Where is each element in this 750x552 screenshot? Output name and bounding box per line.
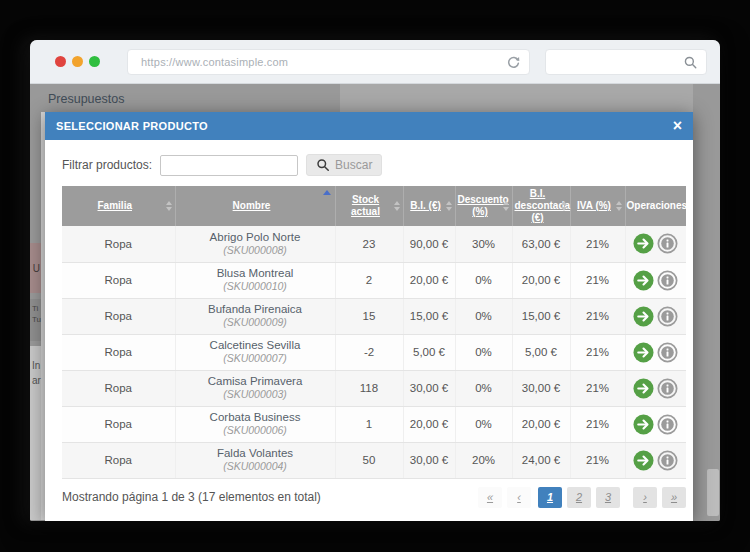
pagination-last-button[interactable]: » bbox=[662, 487, 686, 508]
table-row: RopaAbrigo Polo Norte(SKU000008)2390,00 … bbox=[62, 226, 686, 262]
product-sku: (SKU000008) bbox=[179, 244, 332, 257]
page-scrollbar-thumb[interactable] bbox=[707, 469, 719, 516]
cell-operaciones bbox=[625, 226, 686, 262]
modal-title: SELECCIONAR PRODUCTO bbox=[56, 120, 673, 132]
cell-iva: 21% bbox=[570, 226, 625, 262]
window-controls bbox=[55, 56, 100, 67]
cell-familia: Ropa bbox=[62, 334, 175, 370]
cell-operaciones bbox=[625, 406, 686, 442]
search-button[interactable]: Buscar bbox=[306, 154, 382, 176]
select-product-button[interactable] bbox=[633, 342, 654, 363]
search-icon bbox=[683, 55, 698, 70]
table-row: RopaFalda Volantes(SKU000004)5030,00 €20… bbox=[62, 442, 686, 478]
page-content-dimmed: Presupuestos U TiTu Inar SELECCIONAR PRO… bbox=[30, 84, 720, 521]
pagination-page-1-button[interactable]: 1 bbox=[538, 487, 562, 508]
sort-icon bbox=[394, 201, 400, 211]
cell-descuento: 0% bbox=[455, 406, 512, 442]
column-header-familia[interactable]: Familia bbox=[62, 186, 175, 226]
select-product-button[interactable] bbox=[633, 306, 654, 327]
product-name: Camisa Primavera bbox=[179, 375, 332, 388]
select-product-button[interactable] bbox=[633, 233, 654, 254]
cell-familia: Ropa bbox=[62, 262, 175, 298]
product-sku: (SKU000006) bbox=[179, 424, 332, 437]
column-header-operaciones: Operaciones bbox=[625, 186, 686, 226]
pagination-page-3-button[interactable]: 3 bbox=[596, 487, 620, 508]
product-info-button[interactable] bbox=[657, 306, 678, 327]
cell-operaciones bbox=[625, 298, 686, 334]
product-name: Falda Volantes bbox=[179, 447, 332, 460]
minimize-window-icon[interactable] bbox=[72, 56, 83, 67]
cell-familia: Ropa bbox=[62, 442, 175, 478]
cell-stock: 23 bbox=[335, 226, 403, 262]
column-header-descuento[interactable]: Descuento (%) bbox=[455, 186, 512, 226]
refresh-icon[interactable] bbox=[506, 55, 521, 70]
product-info-button[interactable] bbox=[657, 233, 678, 254]
cell-familia: Ropa bbox=[62, 406, 175, 442]
table-row: RopaCamisa Primavera(SKU000003)11830,00 … bbox=[62, 370, 686, 406]
product-name: Abrigo Polo Norte bbox=[179, 231, 332, 244]
cell-familia: Ropa bbox=[62, 370, 175, 406]
product-info-button[interactable] bbox=[657, 378, 678, 399]
product-info-button[interactable] bbox=[657, 414, 678, 435]
cell-bi-descontada: 20,00 € bbox=[512, 406, 570, 442]
background-page-title: Presupuestos bbox=[48, 92, 124, 106]
cell-descuento: 0% bbox=[455, 262, 512, 298]
cell-stock: 1 bbox=[335, 406, 403, 442]
table-row: RopaBufanda Pirenaica(SKU000009)1515,00 … bbox=[62, 298, 686, 334]
url-text[interactable]: https://www.contasimple.com bbox=[141, 56, 506, 68]
background-fragment-banner: U bbox=[30, 243, 41, 293]
column-header-nombre[interactable]: Nombre bbox=[175, 186, 335, 226]
product-info-button[interactable] bbox=[657, 450, 678, 471]
cell-operaciones bbox=[625, 334, 686, 370]
select-product-button[interactable] bbox=[633, 270, 654, 291]
close-window-icon[interactable] bbox=[55, 56, 66, 67]
pagination-first-button[interactable]: « bbox=[478, 487, 502, 508]
product-sku: (SKU000004) bbox=[179, 460, 332, 473]
background-fragment-text2: Inar bbox=[30, 346, 41, 520]
cell-stock: 50 bbox=[335, 442, 403, 478]
product-sku: (SKU000009) bbox=[179, 316, 332, 329]
product-sku: (SKU000010) bbox=[179, 280, 332, 293]
cell-bi-descontada: 15,00 € bbox=[512, 298, 570, 334]
cell-iva: 21% bbox=[570, 298, 625, 334]
sort-icon bbox=[446, 201, 452, 211]
background-fragment-text: TiTu bbox=[30, 299, 41, 341]
maximize-window-icon[interactable] bbox=[89, 56, 100, 67]
cell-descuento: 30% bbox=[455, 226, 512, 262]
cell-bi-descontada: 30,00 € bbox=[512, 370, 570, 406]
cell-descuento: 20% bbox=[455, 442, 512, 478]
product-info-button[interactable] bbox=[657, 270, 678, 291]
filter-row: Filtrar productos: Buscar bbox=[62, 154, 676, 176]
table-row: RopaBlusa Montreal(SKU000010)220,00 €0%2… bbox=[62, 262, 686, 298]
cell-descuento: 0% bbox=[455, 370, 512, 406]
sort-asc-icon bbox=[323, 190, 331, 195]
select-product-button[interactable] bbox=[633, 450, 654, 471]
select-product-modal: SELECCIONAR PRODUCTO × Filtrar productos… bbox=[45, 112, 693, 521]
sort-icon bbox=[503, 201, 509, 211]
select-product-button[interactable] bbox=[633, 414, 654, 435]
cell-stock: 118 bbox=[335, 370, 403, 406]
sort-icon bbox=[561, 201, 567, 211]
column-header-stock[interactable]: Stock actual bbox=[335, 186, 403, 226]
filter-input[interactable] bbox=[160, 155, 298, 176]
modal-header: SELECCIONAR PRODUCTO × bbox=[45, 112, 693, 140]
address-bar[interactable]: https://www.contasimple.com bbox=[127, 49, 530, 75]
cell-bi: 20,00 € bbox=[403, 262, 455, 298]
sort-icon bbox=[616, 201, 622, 211]
product-info-button[interactable] bbox=[657, 342, 678, 363]
pagination-page-2-button[interactable]: 2 bbox=[567, 487, 591, 508]
column-header-bi[interactable]: B.I. (€) bbox=[403, 186, 455, 226]
select-product-button[interactable] bbox=[633, 378, 654, 399]
column-header-iva[interactable]: IVA (%) bbox=[570, 186, 625, 226]
cell-bi-descontada: 63,00 € bbox=[512, 226, 570, 262]
cell-nombre: Bufanda Pirenaica(SKU000009) bbox=[175, 298, 335, 334]
pagination-prev-button[interactable]: ‹ bbox=[507, 487, 531, 508]
table-row: RopaCalcetines Sevilla(SKU000007)-25,00 … bbox=[62, 334, 686, 370]
pagination-next-button[interactable]: › bbox=[633, 487, 657, 508]
close-icon[interactable]: × bbox=[673, 118, 682, 134]
column-header-bi-descontada[interactable]: B.I. descontada (€) bbox=[512, 186, 570, 226]
cell-nombre: Calcetines Sevilla(SKU000007) bbox=[175, 334, 335, 370]
product-name: Calcetines Sevilla bbox=[179, 339, 332, 352]
cell-iva: 21% bbox=[570, 406, 625, 442]
browser-search-box[interactable] bbox=[545, 49, 707, 75]
